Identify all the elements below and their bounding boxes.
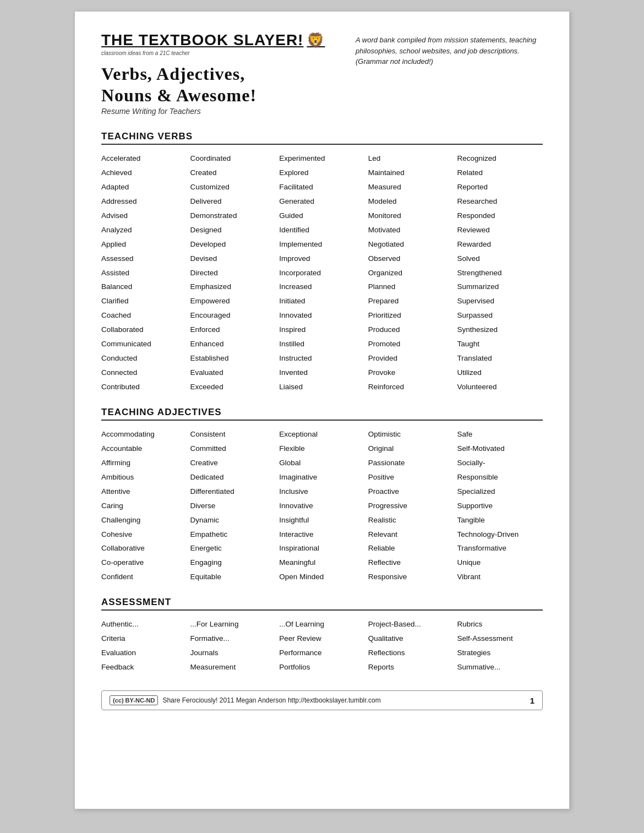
- list-item: Incorporated: [279, 267, 365, 280]
- list-item: Reflections: [368, 647, 454, 660]
- section-title-2: ASSESSMENT: [101, 597, 543, 611]
- list-item: Observed: [368, 253, 454, 265]
- list-item: Enhanced: [190, 338, 276, 351]
- list-item: Assessed: [101, 253, 187, 265]
- list-item: Adapted: [101, 181, 187, 194]
- list-item: ...Of Learning: [279, 618, 365, 631]
- list-item: Facilitated: [279, 181, 365, 194]
- list-item: Implemented: [279, 238, 365, 251]
- list-item: Proactive: [368, 486, 454, 498]
- list-item: Inspirational: [279, 542, 365, 555]
- list-item: Performance: [279, 647, 365, 660]
- list-item: Reliable: [368, 542, 454, 555]
- list-item: Insightful: [279, 514, 365, 527]
- list-item: Innovated: [279, 309, 365, 322]
- list-item: Liaised: [279, 381, 365, 394]
- list-item: Criteria: [101, 633, 187, 645]
- list-item: Engaging: [190, 557, 276, 569]
- list-item: Prioritized: [368, 309, 454, 322]
- list-item: Global: [279, 457, 365, 470]
- list-item: Emphasized: [190, 281, 276, 293]
- list-item: Energetic: [190, 542, 276, 555]
- list-item: Reported: [457, 181, 543, 194]
- list-item: Caring: [101, 500, 187, 513]
- list-item: Prepared: [368, 295, 454, 308]
- list-item: Assisted: [101, 267, 187, 280]
- list-item: Planned: [368, 281, 454, 293]
- logo-icon: 🦁: [307, 32, 325, 49]
- list-item: Clarified: [101, 295, 187, 308]
- list-item: Modeled: [368, 195, 454, 208]
- page-number: 1: [530, 696, 534, 705]
- list-item: Unique: [457, 557, 543, 569]
- section-1: TEACHING ADJECTIVESAccommodatingConsiste…: [101, 407, 543, 584]
- logo-area: THE TEXTBOOK SLAYER! 🦁 classroom ideas f…: [101, 31, 325, 118]
- list-item: Coordinated: [190, 153, 276, 165]
- list-item: Creative: [190, 457, 276, 470]
- list-item: Consistent: [190, 428, 276, 441]
- list-item: Encouraged: [190, 309, 276, 322]
- list-item: Original: [368, 443, 454, 455]
- word-grid-1: AccommodatingConsistentExceptionalOptimi…: [101, 428, 543, 584]
- list-item: Explored: [279, 167, 365, 179]
- header: THE TEXTBOOK SLAYER! 🦁 classroom ideas f…: [101, 31, 543, 118]
- list-item: Coached: [101, 309, 187, 322]
- footer-text: Share Ferociously! 2011 Megan Anderson h…: [162, 696, 380, 704]
- list-item: Solved: [457, 253, 543, 265]
- list-item: Transformative: [457, 542, 543, 555]
- list-item: Progressive: [368, 500, 454, 513]
- list-item: Vibrant: [457, 571, 543, 584]
- list-item: Inspired: [279, 324, 365, 336]
- list-item: Promoted: [368, 338, 454, 351]
- list-item: Increased: [279, 281, 365, 293]
- list-item: Imaginative: [279, 471, 365, 484]
- section-2: ASSESSMENTAuthentic......For Learning...…: [101, 597, 543, 674]
- list-item: Technology-Driven: [457, 529, 543, 541]
- list-item: Evaluated: [190, 367, 276, 379]
- list-item: Inclusive: [279, 486, 365, 498]
- list-item: Co-operative: [101, 557, 187, 569]
- list-item: Demonstrated: [190, 210, 276, 222]
- list-item: Reflective: [368, 557, 454, 569]
- list-item: Socially-: [457, 457, 543, 470]
- list-item: Taught: [457, 338, 543, 351]
- list-item: Journals: [190, 647, 276, 660]
- section-0: TEACHING VERBSAcceleratedCoordinatedExpe…: [101, 131, 543, 394]
- list-item: Analyzed: [101, 224, 187, 237]
- list-item: Recognized: [457, 153, 543, 165]
- list-item: Motivated: [368, 224, 454, 237]
- list-item: Summarized: [457, 281, 543, 293]
- list-item: Flexible: [279, 443, 365, 455]
- list-item: Contributed: [101, 381, 187, 394]
- footer-left: (cc) BY-NC-ND Share Ferociously! 2011 Me…: [110, 695, 381, 705]
- list-item: Supportive: [457, 500, 543, 513]
- list-item: Communicated: [101, 338, 187, 351]
- list-item: Produced: [368, 324, 454, 336]
- list-item: Dynamic: [190, 514, 276, 527]
- list-item: Delivered: [190, 195, 276, 208]
- list-item: Advised: [101, 210, 187, 222]
- list-item: Achieved: [101, 167, 187, 179]
- list-item: Applied: [101, 238, 187, 251]
- list-item: Attentive: [101, 486, 187, 498]
- list-item: Volunteered: [457, 381, 543, 394]
- list-item: Qualitative: [368, 633, 454, 645]
- list-item: Realistic: [368, 514, 454, 527]
- list-item: Provided: [368, 352, 454, 365]
- list-item: Differentiated: [190, 486, 276, 498]
- list-item: Responded: [457, 210, 543, 222]
- logo-text: THE TEXTBOOK SLAYER!: [101, 31, 303, 49]
- list-item: Empathetic: [190, 529, 276, 541]
- list-item: Positive: [368, 471, 454, 484]
- list-item: Translated: [457, 352, 543, 365]
- section-title-1: TEACHING ADJECTIVES: [101, 407, 543, 421]
- list-item: Responsive: [368, 571, 454, 584]
- list-item: Reports: [368, 661, 454, 674]
- list-item: Invented: [279, 367, 365, 379]
- list-item: Innovative: [279, 500, 365, 513]
- footer: (cc) BY-NC-ND Share Ferociously! 2011 Me…: [101, 690, 543, 710]
- cc-badge: (cc) BY-NC-ND: [110, 695, 158, 705]
- list-item: Tangible: [457, 514, 543, 527]
- list-item: Project-Based...: [368, 618, 454, 631]
- list-item: Exceptional: [279, 428, 365, 441]
